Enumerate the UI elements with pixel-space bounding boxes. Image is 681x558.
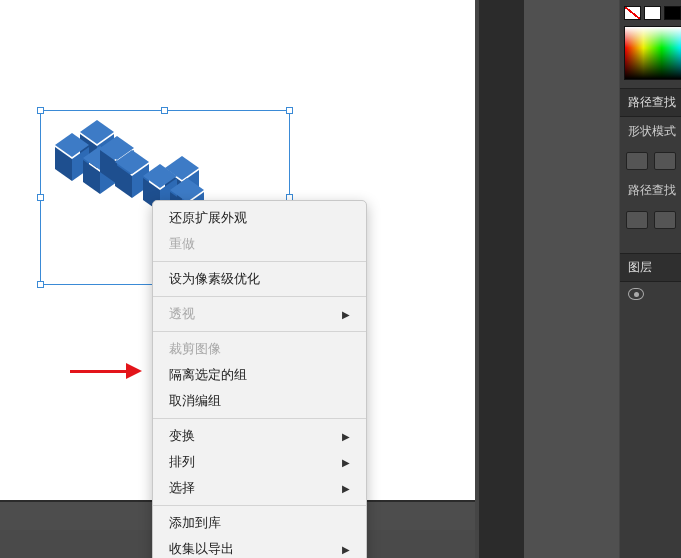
pathfinder-panel-tab[interactable]: 路径查找: [620, 88, 681, 117]
pathfinder-label: 路径查找: [620, 176, 681, 205]
menu-label: 变换: [169, 427, 195, 445]
menu-ungroup[interactable]: 取消编组: [153, 388, 366, 414]
divide-icon[interactable]: [626, 211, 648, 229]
arrow-head-icon: [126, 363, 142, 379]
resize-handle-top-center[interactable]: [161, 107, 168, 114]
menu-collect-for-export[interactable]: 收集以导出▶: [153, 536, 366, 558]
menu-separator: [153, 261, 366, 262]
menu-separator: [153, 418, 366, 419]
menu-label: 隔离选定的组: [169, 366, 247, 384]
menu-label: 选择: [169, 479, 195, 497]
resize-handle-bottom-left[interactable]: [37, 281, 44, 288]
menu-crop-image: 裁剪图像: [153, 336, 366, 362]
menu-label: 取消编组: [169, 392, 221, 410]
menu-select[interactable]: 选择▶: [153, 475, 366, 501]
shape-mode-buttons: [620, 146, 681, 176]
arrow-line: [70, 370, 130, 373]
menu-separator: [153, 331, 366, 332]
menu-label: 收集以导出: [169, 540, 234, 558]
right-panels: 路径查找 形状模式 路径查找 图层: [620, 0, 681, 558]
menu-perspective: 透视▶: [153, 301, 366, 327]
menu-label: 设为像素级优化: [169, 270, 260, 288]
dock-strip: [479, 0, 524, 558]
swatch-black[interactable]: [664, 6, 681, 20]
resize-handle-top-right[interactable]: [286, 107, 293, 114]
swatch-none[interactable]: [624, 6, 641, 20]
chevron-right-icon: ▶: [342, 309, 350, 320]
unite-icon[interactable]: [626, 152, 648, 170]
swatch-white[interactable]: [644, 6, 661, 20]
menu-transform[interactable]: 变换▶: [153, 423, 366, 449]
color-spectrum[interactable]: [624, 26, 681, 80]
context-menu: 还原扩展外观 重做 设为像素级优化 透视▶ 裁剪图像 隔离选定的组 取消编组 变…: [152, 200, 367, 558]
shape-mode-label: 形状模式: [620, 117, 681, 146]
swatch-row: [620, 0, 681, 24]
panel-gutter: [524, 0, 619, 558]
menu-separator: [153, 296, 366, 297]
trim-icon[interactable]: [654, 211, 676, 229]
menu-arrange[interactable]: 排列▶: [153, 449, 366, 475]
visibility-eye-icon[interactable]: [628, 288, 644, 300]
menu-separator: [153, 505, 366, 506]
menu-label: 重做: [169, 235, 195, 253]
menu-isolate-group[interactable]: 隔离选定的组: [153, 362, 366, 388]
layers-panel-tab[interactable]: 图层: [620, 253, 681, 282]
pathfinder-buttons: [620, 205, 681, 235]
menu-label: 添加到库: [169, 514, 221, 532]
menu-label: 透视: [169, 305, 195, 323]
menu-label: 排列: [169, 453, 195, 471]
menu-label: 还原扩展外观: [169, 209, 247, 227]
menu-label: 裁剪图像: [169, 340, 221, 358]
menu-undo-expand-appearance[interactable]: 还原扩展外观: [153, 205, 366, 231]
layer-row[interactable]: [620, 282, 681, 306]
minus-front-icon[interactable]: [654, 152, 676, 170]
menu-pixel-perfect[interactable]: 设为像素级优化: [153, 266, 366, 292]
resize-handle-middle-left[interactable]: [37, 194, 44, 201]
resize-handle-top-left[interactable]: [37, 107, 44, 114]
chevron-right-icon: ▶: [342, 457, 350, 468]
chevron-right-icon: ▶: [342, 483, 350, 494]
chevron-right-icon: ▶: [342, 431, 350, 442]
annotation-arrow: [70, 363, 150, 379]
menu-add-to-library[interactable]: 添加到库: [153, 510, 366, 536]
menu-redo: 重做: [153, 231, 366, 257]
chevron-right-icon: ▶: [342, 544, 350, 555]
